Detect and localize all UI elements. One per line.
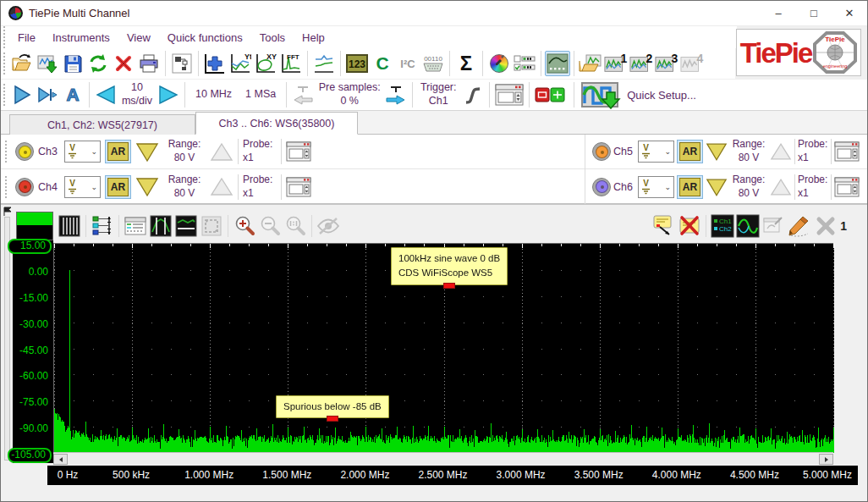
annotation-note-2[interactable]: Spurious below -85 dB (276, 395, 389, 418)
measurement-slot-1-button[interactable]: 1 (603, 51, 629, 76)
hide-trace-button[interactable] (316, 213, 341, 239)
refresh-button[interactable] (85, 51, 111, 76)
range-up-button[interactable] (210, 176, 233, 197)
yt-graph-button[interactable]: Yt (228, 51, 253, 76)
i2c-button[interactable]: I²C (395, 51, 420, 76)
y-tick-label[interactable]: -105.00 (8, 448, 52, 463)
add-comment-button[interactable] (651, 213, 677, 239)
serial-port-button[interactable]: 00110 (420, 51, 446, 76)
range-down-button[interactable] (135, 176, 159, 197)
output-toggle-button[interactable] (533, 82, 567, 108)
one-shot-button[interactable] (35, 82, 60, 108)
menu-instruments[interactable]: Instruments (44, 29, 118, 47)
channel-settings-button[interactable] (834, 141, 860, 162)
measurement-slot-3-button[interactable]: 3 (654, 51, 679, 76)
y-tick-label[interactable]: 15.00 (8, 239, 52, 254)
axes-layout-button[interactable] (90, 213, 115, 239)
measurement-slot-2-button[interactable]: 2 (629, 51, 654, 76)
range-down-button[interactable] (706, 177, 728, 197)
auto-setup-button[interactable]: A (60, 82, 85, 108)
graph-state-indicator[interactable] (16, 212, 53, 240)
save-measurement-button[interactable] (35, 51, 60, 76)
toolbar-grip[interactable] (3, 26, 6, 48)
menu-help[interactable]: Help (294, 29, 333, 47)
vertical-cursors-button[interactable] (148, 213, 173, 239)
annotation-anchor-handle[interactable] (327, 416, 338, 422)
minimize-button[interactable]: – (761, 1, 796, 25)
fft-graph-button[interactable]: FFT (278, 51, 304, 76)
sample-rate-value[interactable]: 10 MHz (189, 88, 239, 102)
range-down-button[interactable] (706, 141, 728, 162)
meter-button[interactable] (311, 51, 337, 76)
bnc-connector-ch4[interactable] (15, 178, 34, 196)
maximize-button[interactable]: □ (796, 1, 832, 25)
object-tree-button[interactable] (169, 51, 195, 76)
add-graph-button[interactable] (202, 51, 228, 76)
flag-icon[interactable] (3, 207, 13, 217)
annotation-note-1[interactable]: 100kHz sine wave 0 dB CDS WiFiScope WS5 (391, 247, 508, 285)
menu-view[interactable]: View (118, 29, 159, 47)
coupling-select[interactable]: V ⌄ (64, 141, 101, 163)
range-up-button[interactable] (770, 141, 792, 162)
channel-settings-button[interactable] (286, 177, 311, 197)
autorange-button[interactable]: AR (679, 142, 700, 161)
bnc-connector-ch6[interactable] (592, 178, 611, 196)
start-button[interactable] (9, 82, 35, 108)
quick-setup-button[interactable]: Quick Setup... (581, 80, 696, 109)
pre-samples-decrease-button[interactable] (290, 82, 316, 108)
math-sum-button[interactable]: Σ (453, 51, 479, 76)
measurement-slot-4-button[interactable]: 4 (679, 51, 705, 76)
autorange-button[interactable]: AR (107, 178, 129, 196)
timebase-slower-button[interactable] (93, 82, 118, 108)
close-graph-button[interactable] (811, 213, 840, 239)
bnc-connector-ch3[interactable] (15, 142, 34, 161)
delete-comment-button[interactable] (677, 213, 702, 239)
coupling-select[interactable]: V ⌄ (638, 176, 674, 198)
autorange-button[interactable]: AR (107, 142, 129, 161)
coupling-select[interactable]: V ⌄ (64, 176, 101, 198)
toolbar-grip[interactable] (3, 52, 6, 74)
zoom-reset-button[interactable] (283, 213, 308, 239)
channel-settings-button[interactable] (286, 141, 311, 162)
menu-file[interactable]: File (9, 29, 44, 47)
export-graph-button[interactable] (761, 213, 786, 239)
coupling-select[interactable]: V ⌄ (638, 141, 674, 163)
menu-quick-functions[interactable]: Quick functions (159, 29, 251, 47)
row-grip[interactable] (4, 141, 8, 163)
annotation-anchor-handle[interactable] (443, 283, 455, 289)
trace-style-button[interactable] (735, 213, 761, 239)
zoom-out-button[interactable] (257, 213, 283, 239)
value-table-button[interactable] (123, 213, 148, 239)
scroll-right-button[interactable] (819, 454, 833, 465)
vertical-slider[interactable] (4, 217, 10, 461)
horizontal-cursors-button[interactable] (173, 213, 199, 239)
scroll-left-button[interactable] (53, 454, 68, 465)
open-file-button[interactable] (9, 51, 35, 76)
print-button[interactable] (136, 51, 162, 76)
trigger-source[interactable]: Ch1 (416, 95, 460, 108)
delete-button[interactable] (111, 51, 136, 76)
range-up-button[interactable] (210, 141, 233, 163)
horizontal-scrollbar[interactable] (53, 452, 833, 465)
zoom-in-button[interactable] (232, 213, 257, 239)
close-button[interactable]: ✕ (832, 1, 867, 25)
grid-toggle-button[interactable] (57, 213, 82, 239)
colors-button[interactable] (486, 51, 512, 76)
timebase-faster-button[interactable] (156, 82, 181, 108)
crescent-button[interactable]: C (370, 51, 395, 76)
menu-tools[interactable]: Tools (251, 29, 294, 47)
load-measurement-button[interactable] (578, 51, 603, 76)
digital-display-button[interactable]: 123 (344, 51, 370, 76)
save-button[interactable] (60, 51, 85, 76)
trigger-slope-button[interactable] (460, 82, 486, 108)
xy-graph-button[interactable]: XY (253, 51, 278, 76)
row-grip[interactable] (4, 176, 8, 198)
legend-toggle-button[interactable]: Ch1Ch2 (710, 213, 735, 239)
trigger-settings-button[interactable] (493, 82, 525, 108)
tab-ws6[interactable]: Ch3 .. Ch6: WS6(35800) (195, 112, 358, 135)
channel-settings-button[interactable] (834, 177, 860, 197)
tab-ws5[interactable]: Ch1, Ch2: WS5(27917) (9, 114, 195, 135)
range-up-button[interactable] (770, 177, 792, 197)
record-length-value[interactable]: 1 MSa (239, 88, 283, 102)
toolbar-grip[interactable] (3, 84, 6, 106)
